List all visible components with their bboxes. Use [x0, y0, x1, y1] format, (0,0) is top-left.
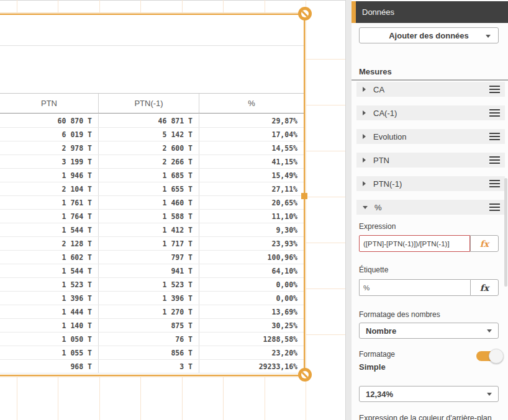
number-formatting-value: Nombre	[366, 326, 396, 336]
chevron-down-icon	[487, 393, 492, 396]
table-cell: 29,87%	[199, 114, 304, 127]
drag-handle-icon[interactable]	[489, 86, 500, 93]
table-row: 1 055 T856 T23,20%	[0, 346, 304, 360]
table-row: 1 544 T1 412 T9,30%	[0, 223, 304, 237]
not-allowed-icon	[301, 371, 309, 378]
table-row: 968 T3 T29233,16%	[0, 360, 304, 373]
drag-handle-icon[interactable]	[489, 156, 500, 164]
table-cell: 30,25%	[199, 319, 304, 332]
measure-label: CA	[373, 85, 489, 94]
table-cell: 1 270 T	[99, 305, 199, 318]
drag-handle-icon[interactable]	[489, 133, 500, 140]
chevron-right-icon	[363, 110, 366, 115]
chevron-right-icon	[363, 158, 366, 163]
drag-handle-icon[interactable]	[489, 109, 500, 117]
format-pattern-select[interactable]: 12,34%	[359, 386, 499, 402]
measure-item-pct[interactable]: %	[356, 200, 505, 215]
measure-item-evolution[interactable]: Evolution	[356, 129, 505, 144]
expression-label: Expression	[359, 222, 499, 231]
table-cell: 1 396 T	[99, 292, 199, 305]
measure-item-ca[interactable]: CA	[356, 82, 505, 97]
chevron-right-icon	[363, 181, 366, 186]
table-cell: 41,15%	[199, 155, 304, 168]
add-data-button[interactable]: Ajouter des données	[359, 27, 499, 43]
table-visualization[interactable]: PTN PTN(-1) % 60 870 T46 871 T29,87%6 01…	[0, 14, 305, 376]
expression-input[interactable]	[359, 235, 470, 252]
grid-line	[306, 0, 306, 420]
table-cell: 14,55%	[199, 141, 304, 154]
table-cell: 941 T	[99, 264, 199, 277]
measure-item-ca-1[interactable]: CA(-1)	[356, 105, 505, 120]
number-formatting-select[interactable]: Nombre	[359, 323, 499, 339]
properties-panel: Données Ajouter des données Mesures CA C…	[352, 0, 508, 420]
table-cell: 3 199 T	[0, 155, 99, 168]
table-cell: 1 655 T	[99, 182, 199, 195]
measure-label: %	[374, 203, 489, 212]
not-allowed-icon	[301, 10, 309, 17]
panel-scrollbar[interactable]	[504, 178, 507, 287]
column-header-ptn-1[interactable]: PTN(-1)	[99, 94, 199, 113]
table-row: 2 104 T1 655 T27,11%	[0, 182, 304, 196]
table-cell: 1 685 T	[99, 169, 199, 182]
chevron-right-icon	[363, 87, 366, 92]
table-cell: 1 444 T	[0, 305, 99, 318]
background-color-expression-label: Expression de la couleur d'arrière-plan	[359, 414, 499, 420]
table-cell: 2 128 T	[0, 237, 99, 250]
table-cell: 1 050 T	[0, 333, 99, 346]
table-row: 1 544 T941 T64,10%	[0, 264, 304, 278]
table-cell: 23,20%	[199, 346, 304, 359]
table-cell: 875 T	[99, 319, 199, 332]
chevron-down-icon	[486, 35, 491, 38]
table-row: 6 019 T5 142 T17,04%	[0, 128, 304, 141]
fx-button[interactable]: fx	[470, 279, 499, 296]
fx-icon: fx	[480, 283, 489, 293]
column-header-pct[interactable]: %	[199, 94, 304, 113]
resize-handle-bottom-right[interactable]	[298, 368, 312, 382]
table-row: 3 199 T2 266 T41,15%	[0, 155, 304, 169]
table-cell: 1 761 T	[0, 196, 99, 209]
drag-handle-icon[interactable]	[489, 203, 500, 211]
table-cell: 2 978 T	[0, 141, 99, 154]
measure-item-ptn-1[interactable]: PTN(-1)	[356, 176, 505, 191]
table-cell: 1288,58%	[199, 333, 304, 346]
chevron-right-icon	[363, 134, 366, 139]
resize-handle-top-right[interactable]	[298, 7, 312, 20]
table-cell: 1 412 T	[99, 223, 199, 236]
table-cell: 1 946 T	[0, 169, 99, 182]
format-pattern-value: 12,34%	[366, 390, 393, 399]
panel-resize-gutter[interactable]	[345, 0, 352, 420]
table-cell: 29233,16%	[199, 360, 304, 373]
column-header-ptn[interactable]: PTN	[0, 94, 99, 113]
table-row: 60 870 T46 871 T29,87%	[0, 114, 304, 128]
measure-label: PTN(-1)	[373, 179, 489, 189]
etiquette-input[interactable]	[359, 279, 470, 296]
table-cell: 1 544 T	[0, 264, 99, 277]
table-cell: 856 T	[99, 346, 199, 359]
table-cell: 2 104 T	[0, 182, 99, 195]
measures-list: CA CA(-1) Evolution PTN PTN(-1)	[356, 81, 505, 215]
table-cell: 11,10%	[199, 210, 304, 223]
measure-item-ptn[interactable]: PTN	[356, 153, 505, 168]
table-row: 1 396 T1 396 T0,00%	[0, 292, 304, 305]
formatting-mode-label: Simple	[359, 362, 499, 372]
table-row: 1 523 T1 523 T0,00%	[0, 278, 304, 292]
formatting-toggle[interactable]	[476, 351, 500, 361]
toggle-knob	[489, 349, 504, 364]
table-cell: 13,69%	[199, 305, 304, 318]
table-cell: 1 055 T	[0, 346, 99, 359]
table-cell: 2 600 T	[99, 141, 199, 154]
table-cell: 1 602 T	[0, 251, 99, 264]
table-cell: 797 T	[99, 251, 199, 264]
table-cell: 1 588 T	[99, 210, 199, 223]
resize-handle-right[interactable]	[301, 193, 307, 199]
table-cell: 1 523 T	[0, 278, 99, 291]
drag-handle-icon[interactable]	[489, 180, 500, 187]
measure-label: PTN	[373, 156, 489, 165]
table-cell: 76 T	[99, 333, 199, 346]
etiquette-label: Étiquette	[359, 266, 499, 274]
measure-label: CA(-1)	[373, 109, 489, 118]
fx-button[interactable]: fx	[470, 235, 499, 252]
table-row: 1 050 T76 T1288,58%	[0, 333, 304, 346]
table-cell: 3 T	[99, 360, 199, 373]
chevron-down-icon	[487, 329, 492, 333]
